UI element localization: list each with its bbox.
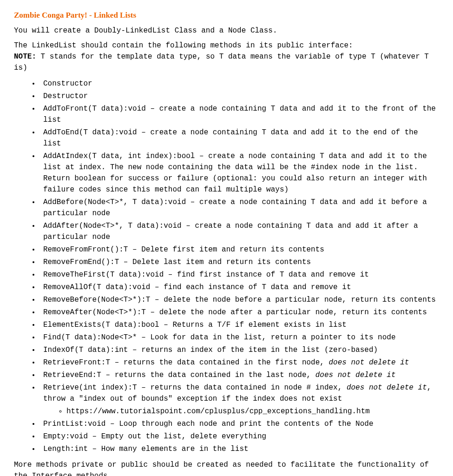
list-item: AddBefore(Node<T>*, T data):void – creat… (39, 197, 439, 219)
document-title: Zombie Conga Party! - Linked Lists (14, 9, 439, 21)
list-item: AddToFront(T data):void – create a node … (39, 103, 439, 126)
list-item: RemoveFromEnd():T – Delete last item and… (39, 257, 439, 268)
list-item: Length:int – How many elements are in th… (39, 443, 439, 455)
method-text: RetrieveFront:T – returns the data conta… (43, 358, 329, 367)
list-item: Retrieve(int index):T – returns the data… (39, 382, 439, 417)
list-item: RemoveFromFront():T – Delete first item … (39, 244, 439, 255)
list-item: RetrieveEnd:T – returns the data contain… (39, 370, 439, 381)
list-item: Empty:void – Empty out the list, delete … (39, 431, 439, 442)
method-text: Retrieve(int index):T – returns the data… (43, 383, 347, 392)
note-label: NOTE: (14, 53, 36, 61)
list-item: Constructor (39, 78, 439, 89)
list-item: RemoveAfter(Node<T>*):T – delete the nod… (39, 307, 439, 318)
list-item: RetrieveFront:T – returns the data conta… (39, 357, 439, 368)
intro-paragraph-2: The LinkedList should contain the follow… (14, 40, 439, 73)
list-item: AddAfter(Node<T>*, T data):void – create… (39, 220, 439, 243)
method-emphasis: does not delete it (315, 371, 396, 379)
methods-list: Constructor Destructor AddToFront(T data… (14, 78, 439, 455)
intro-paragraph-1: You will create a Doubly-LinkedList Clas… (14, 25, 439, 36)
note-text: T stands for the template data type, so … (14, 53, 429, 72)
intro-text-2: The LinkedList should contain the follow… (14, 41, 353, 50)
list-item: IndexOf(T data):int – returns an index o… (39, 344, 439, 356)
list-item: RemoveAllOf(T data):void – find each ins… (39, 282, 439, 293)
document-body: You will create a Doubly-LinkedList Clas… (14, 25, 439, 476)
list-item: Destructor (39, 91, 439, 102)
outro-paragraph-1: More methods private or public should be… (14, 459, 439, 476)
method-text: RetrieveEnd:T – returns the data contain… (43, 371, 315, 379)
list-item: AddAtIndex(T data, int index):bool – cre… (39, 151, 439, 195)
list-item: RemoveBefore(Node<T>*):T – delete the no… (39, 294, 439, 305)
method-emphasis: does not delete it (329, 358, 409, 367)
list-item: RemoveTheFirst(T data):void – find first… (39, 269, 439, 280)
list-item: AddToEnd(T data):void – create a node co… (39, 127, 439, 149)
sub-list-item: https://www.tutorialspoint.com/cplusplus… (66, 406, 439, 417)
list-item: PrintList:void – Loop through each node … (39, 418, 439, 430)
list-item: Find(T data):Node<T>* – Look for data in… (39, 332, 439, 343)
list-item: ElementExists(T data):bool – Returns a T… (39, 319, 439, 331)
sub-list: https://www.tutorialspoint.com/cplusplus… (43, 406, 439, 417)
method-emphasis: does not delete it (347, 383, 427, 392)
